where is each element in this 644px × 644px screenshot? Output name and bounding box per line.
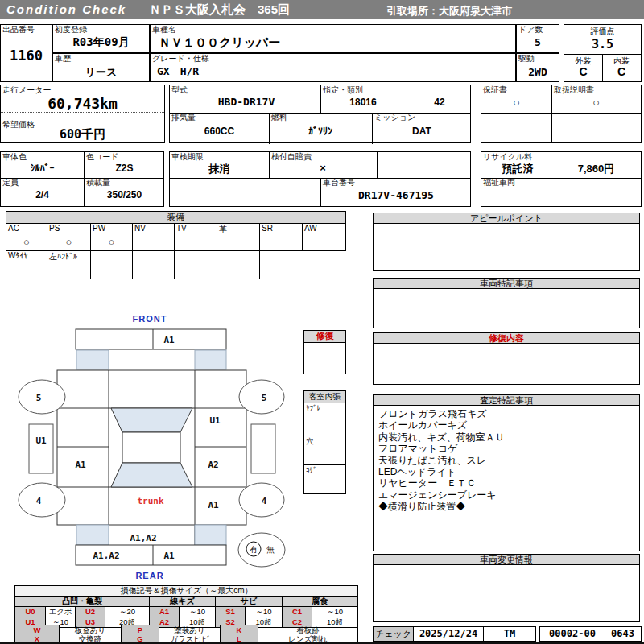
sheet-code-1: 00002-00 (540, 627, 605, 641)
changes-body (373, 564, 640, 622)
first-registration-value: R03年09月 (53, 35, 149, 50)
body-color-label: 車体色 (2, 152, 27, 162)
legend-value: ～10 (312, 607, 357, 617)
drive-value: 2WD (517, 66, 559, 78)
equip-extra-2: 左ﾊﾝﾄﾞﾙ (47, 251, 91, 279)
assessment-line: フロアマットコゲ (378, 443, 634, 454)
insurance-label: 検付自賠責 (271, 152, 312, 162)
left-side-panel (29, 424, 53, 473)
odometer-value: 60,743km (1, 95, 164, 112)
interior-value: C (602, 65, 641, 78)
auction-sheet: Condition Check ＮＰＳ大阪入札会 365回 引取場所：大阪府泉大… (0, 0, 644, 644)
car-diagram: FRONT A1 5 5 4 4 U1 A1 U1 A2 (0, 310, 306, 584)
recycle-status: 預託済 (489, 162, 546, 176)
modelcode-type-divider (320, 85, 321, 113)
doors-value: 5 (517, 36, 559, 48)
left-panel-mark: U1 (35, 436, 47, 446)
equip-extra-6 (217, 251, 260, 279)
inspection-value: 抹消 (170, 162, 269, 176)
legend-code: C1 (283, 607, 312, 617)
equip-ac: AC○ (6, 224, 47, 250)
legend-groups: 凸凹・亀裂 線キズ サビ 腐食 (15, 597, 357, 607)
equip-pw: PW○ (91, 224, 133, 250)
type-value-2: 42 (411, 97, 468, 108)
drive-label: 駆動 (518, 54, 535, 64)
model-code-label: 型式 (171, 85, 188, 95)
equip-nv-label: NV (134, 224, 146, 233)
exterior-value: C (564, 65, 602, 78)
cabin-row-hole: 穴 (303, 436, 346, 465)
repair-legend-row-1: W 板金あり P 塗装あり K 看板跡 (15, 625, 357, 634)
chassis-value: DR17V-467195 (320, 189, 472, 201)
right-mid-mark: A2 (208, 460, 218, 470)
check-date: 2025/12/24 (414, 627, 484, 641)
score-value: 3.5 (564, 37, 641, 52)
sheet-code-2: 0643 (605, 627, 641, 641)
history-value: リース (53, 65, 149, 80)
legend-code: P (122, 625, 159, 634)
tire-rear-left (19, 483, 65, 517)
cabin-row-burn: ｺｹﾞ (303, 464, 346, 494)
rear-pillar-left (76, 525, 109, 545)
equipment-row-1: AC○ PS○ PW○ NV TV 革 SR AW (6, 223, 346, 251)
cabin-tear-label: ﾔﾌﾞﾚ (306, 403, 320, 413)
tire-front-right-depth: 5 (262, 393, 267, 403)
assessment-line: ホイールカバーキズ (378, 419, 634, 431)
equip-pw-value: ○ (91, 236, 132, 248)
score-box: 評価点 3.5 外装 C 内装 C (564, 24, 642, 82)
legend-value: ～10 (246, 607, 283, 617)
load-label: 積載量 (86, 178, 110, 188)
right-rear-mark: A1 (208, 500, 219, 510)
right-front-mark: U1 (209, 415, 221, 426)
equip-pw-label: PW (93, 224, 105, 233)
equip-extra-5 (175, 251, 217, 279)
equip-extra-1-label: Wﾀｲﾔ (8, 251, 27, 260)
tire-front-left (19, 380, 65, 414)
docs-box: 保証書 ○ 取扱説明書 ○ (481, 85, 642, 143)
fuel-label: 燃料 (271, 113, 287, 122)
legend-value: エクボ (46, 607, 76, 617)
capacity-value: 2/4 (1, 189, 84, 200)
appeal-body (373, 223, 640, 271)
doors-cell: ドア数 5 (516, 24, 559, 53)
assessment-line: 天張りたばこ汚れ、スレ (378, 455, 634, 466)
grade-cell: グレード・仕様 GX H/R (150, 53, 516, 82)
equip-tv-label: TV (176, 224, 187, 233)
equip-sr: SR (260, 224, 303, 250)
mission-value: DAT (372, 126, 472, 137)
legend-row-1: U0 エクボ U2 ～20 A1 ～10 S1 ～10 C1 ～10 (15, 607, 357, 617)
repair-detail-body (373, 343, 640, 385)
assessment-title: 査定特記事項 (373, 394, 640, 406)
model-name-label: 車種名 (152, 25, 176, 35)
repair-legend: W 板金あり P 塗装あり K 看板跡 X 交換跡 G ガラスヒビ L レンズ割… (14, 625, 358, 643)
color-row-divider (1, 178, 163, 179)
equip-aw-label: AW (304, 224, 317, 233)
cabin-burn-label: ｺｹﾞ (306, 465, 317, 475)
equip-leather: 革 (217, 224, 260, 250)
legend-code: U2 (76, 607, 105, 617)
equip-extra-3 (91, 251, 133, 279)
color-box: 車体色 ｼﾙﾊﾞｰ 色コード Z2S 定員 2/4 積載量 350/250 (0, 151, 164, 207)
legend-value: ～20 (105, 607, 150, 617)
insurance-value: × (269, 162, 377, 174)
doors-label: ドア数 (518, 25, 543, 35)
lot-number-cell: 出品番号 1160 (0, 24, 52, 82)
equip-extra-4 (133, 251, 175, 279)
recycle-box: リサイクル料 預託済 7,860円 福祉車両 (481, 151, 642, 207)
lot-number-value: 1160 (1, 47, 52, 64)
legend-group-corrosion: 腐食 (283, 597, 357, 606)
repair-mini-body (303, 342, 346, 374)
equip-sr-label: SR (262, 224, 273, 233)
odometer-label: 走行メーター (2, 85, 51, 95)
legend-title: 損傷記号＆損傷サイズ（～最大cm） (15, 586, 357, 597)
type-label: 指定・類別 (323, 85, 363, 95)
legend-code: S1 (216, 607, 246, 617)
model-code-value: HBD-DR17V (178, 96, 315, 108)
equipment-row-2: Wﾀｲﾔ 左ﾊﾝﾄﾞﾙ (6, 250, 303, 279)
recycle-fee: 7,860円 (558, 162, 634, 176)
inspector-initials: TM (484, 627, 535, 641)
displacement-label: 排気量 (171, 113, 196, 122)
legend-group-scratch: 線キズ (150, 597, 216, 606)
engine-row-divider (170, 113, 470, 114)
docs-col-divider (551, 85, 552, 143)
